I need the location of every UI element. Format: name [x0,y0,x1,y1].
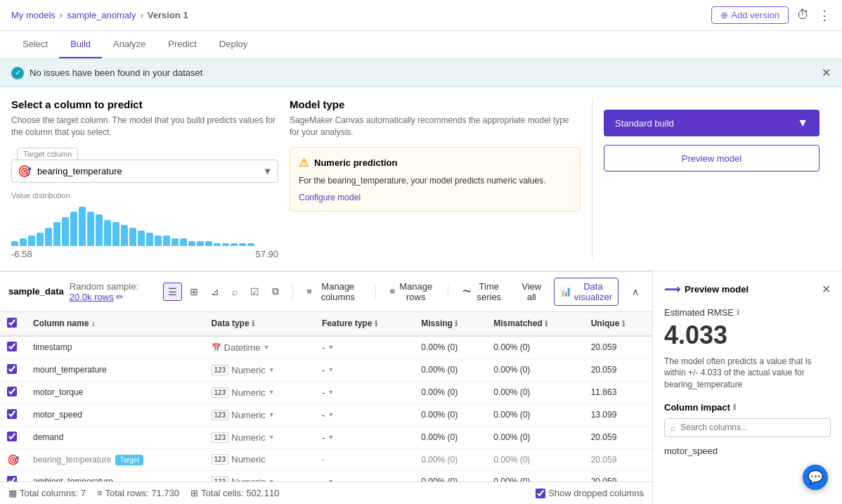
tab-build[interactable]: Build [59,31,102,58]
checklist-button[interactable]: ☑ [245,283,264,301]
data-type-info-icon[interactable]: ℹ [252,319,254,328]
bar-chart-bar [70,212,77,246]
bar-chart-bar [155,235,162,246]
history-button[interactable]: ⏱ [797,8,810,22]
unique-cell: 20.059 [584,426,652,448]
column-name-cell: ambient_temperature [26,470,205,482]
banner-close-button[interactable]: ✕ [822,66,831,79]
breadcrumb-model[interactable]: sample_anomaly [67,10,136,20]
tab-select[interactable]: Select [11,31,59,58]
row-checkbox[interactable] [7,342,17,351]
bar-chart-bar [146,233,153,246]
feature-dropdown-arrow[interactable]: ▼ [328,434,334,441]
missing-info-icon[interactable]: ℹ [455,319,458,328]
rmse-info-icon[interactable]: ℹ [737,308,739,317]
tab-deploy[interactable]: Deploy [208,31,259,58]
unique-info-icon[interactable]: ℹ [622,319,625,328]
numeric-icon: 123 [212,365,229,375]
type-dropdown-arrow[interactable]: ▼ [268,366,275,373]
missing-cell: 0.00% (0) [414,336,486,359]
search-columns-input[interactable] [680,422,824,432]
select-column-desc: Choose the target column. The model that… [11,115,278,138]
target-badge: Target [115,455,143,465]
row-checkbox[interactable] [7,432,17,441]
feature-type-cell: - [315,448,414,470]
select-all-checkbox[interactable] [7,318,17,328]
manage-rows-button[interactable]: ≡ Manage rows [384,278,439,305]
unique-cell: 13.099 [584,403,652,426]
feature-dropdown-arrow[interactable]: ▼ [328,344,334,351]
mismatched-info-icon[interactable]: ℹ [545,319,548,328]
select-all-header[interactable] [0,312,26,336]
tab-predict[interactable]: Predict [157,31,207,58]
grid-view-button[interactable]: ⊞ [185,283,203,301]
prediction-header: ⚠ Numeric prediction [299,156,571,169]
search-columns-box[interactable]: ⌕ [664,418,831,437]
tab-analyze[interactable]: Analyze [102,31,157,58]
breadcrumb-root[interactable]: My models [11,10,56,20]
manage-columns-button[interactable]: ≡ Manage columns [301,278,366,305]
feature-type-info-icon[interactable]: ℹ [375,319,377,328]
breadcrumb-version: Version 1 [148,10,188,20]
search-icon: ⌕ [671,422,676,433]
feature-dropdown-arrow[interactable]: ▼ [328,411,334,418]
row-checkbox[interactable] [7,409,17,419]
data-type-cell: 123Numeric▼ [205,470,315,482]
target-column-selector[interactable]: 🎯 bearing_temperature ▼ [11,160,278,183]
row-checkbox[interactable] [7,364,17,374]
view-all-button[interactable]: View all [515,278,548,305]
time-series-button[interactable]: 〜 Time series [457,278,510,305]
rmse-value: 4.033 [664,321,831,350]
type-dropdown-arrow[interactable]: ▼ [268,434,275,441]
column-name-header: Column name ↓ [26,312,205,336]
bar-chart-bar [138,231,145,246]
model-type-title: Model type [290,98,581,110]
main-content: Select a column to predict Choose the ta… [0,87,842,504]
header: My models › sample_anomaly › Version 1 ⊕… [0,0,842,31]
collapse-button[interactable]: ∧ [627,283,644,301]
data-type-header: Data type ℹ [205,312,315,336]
feature-dropdown-arrow[interactable]: ▼ [328,366,334,373]
filter-button[interactable]: ⊿ [206,283,224,301]
feature-dropdown-arrow[interactable]: ▼ [328,389,334,396]
edit-icon[interactable]: ✏ [116,292,124,302]
chat-button[interactable]: 💬 [803,465,828,490]
bar-chart-bar [171,238,179,246]
top-section: Select a column to predict Choose the ta… [0,87,842,271]
missing-cell: 0.00% (0) [414,358,486,381]
search-button[interactable]: ⌕ [227,283,242,301]
col-impact-label: Column impact ℹ [664,402,831,413]
feature-type-cell: -▼ [315,358,414,381]
column-name-cell: mount_temperature [26,358,205,381]
preview-model-label: Preview model [682,153,741,164]
missing-cell: 0.00% (0) [414,381,486,403]
row-checkbox[interactable] [7,387,17,396]
col-impact-info-icon[interactable]: ℹ [733,403,736,412]
add-version-label: Add version [731,10,779,20]
mismatched-cell: 0.00% (0) [486,426,583,448]
columns-button[interactable]: ⧉ [267,282,284,301]
left-panel: Select a column to predict Choose the ta… [0,87,842,504]
type-dropdown-arrow[interactable]: ▼ [264,344,270,351]
add-version-button[interactable]: ⊕ Add version [711,6,789,24]
show-dropped-checkbox[interactable] [536,489,545,498]
type-dropdown-arrow[interactable]: ▼ [268,389,275,396]
row-checkbox[interactable] [7,476,17,482]
standard-build-button[interactable]: Standard build ▼ [604,110,820,136]
manage-rows-icon: ≡ [389,286,395,297]
unique-header: Unique ℹ [584,312,652,336]
preview-panel-close-button[interactable]: ✕ [822,283,831,296]
plus-icon: ⊕ [720,10,728,20]
preview-model-button[interactable]: Preview model [604,145,820,172]
table-row: timestamp📅Datetime▼-▼0.00% (0)0.00% (0)2… [0,336,652,359]
mismatched-cell: 0.00% (0) [486,403,583,426]
mismatched-cell: 0.00% (0) [486,381,583,403]
configure-model-link[interactable]: Configure model [299,193,361,202]
type-dropdown-arrow[interactable]: ▼ [268,411,275,418]
missing-cell: 0.00% (0) [414,470,486,482]
more-options-button[interactable]: ⋮ [818,8,831,23]
sample-rows-link[interactable]: 20.0k rows [70,292,114,302]
data-visualizer-button[interactable]: 📊 Data visualizer [554,278,618,306]
list-view-button[interactable]: ☰ [163,283,182,301]
feature-type-cell: -▼ [315,403,414,426]
